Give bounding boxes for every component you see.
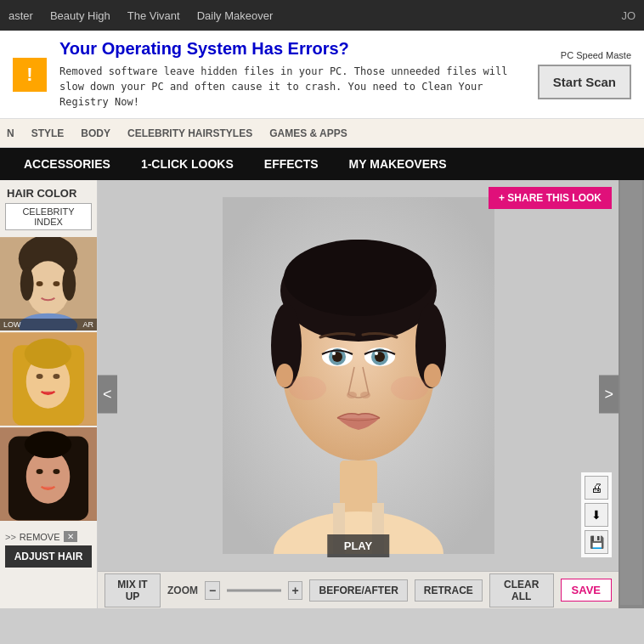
nav-item-beauty-high[interactable]: Beauty High: [50, 9, 110, 22]
portrait-container: PLAY: [98, 180, 619, 571]
svg-point-11: [37, 374, 43, 379]
nav-item-body[interactable]: BODY: [81, 127, 110, 139]
svg-point-4: [53, 281, 59, 286]
sidebar: HAIR COLOR CELEBRITY INdEX: [0, 180, 98, 608]
svg-point-40: [347, 392, 357, 398]
right-icons-panel: 🖨 ⬇ 💾: [581, 472, 612, 557]
content-area: HAIR COLOR CELEBRITY INdEX: [0, 180, 644, 608]
svg-point-27: [284, 240, 433, 316]
print-icon: 🖨: [590, 481, 602, 494]
celeb-thumbnail-2[interactable]: [0, 332, 97, 426]
nav-item-style[interactable]: STYLE: [31, 127, 65, 139]
sidebar-bottom: >> REMOVE ✕ ADJUST HAIR: [0, 524, 97, 574]
ad-title: Your Operating System Has Errors?: [59, 39, 525, 59]
svg-point-41: [360, 392, 370, 398]
svg-point-18: [53, 469, 59, 474]
svg-point-42: [289, 376, 326, 400]
mix-it-up-button[interactable]: MIX IT UP: [105, 573, 161, 607]
svg-point-7: [62, 267, 76, 301]
remove-x-button[interactable]: ✕: [64, 531, 77, 542]
nav-my-makeovers[interactable]: MY MAKEOVERS: [334, 148, 462, 180]
print-button[interactable]: 🖨: [585, 476, 608, 500]
svg-point-3: [37, 281, 43, 286]
before-after-button[interactable]: BEFORE/AFTER: [309, 579, 407, 602]
save-button[interactable]: SAVE: [561, 579, 612, 602]
ad-banner: ! Your Operating System Has Errors? Remo…: [0, 31, 644, 119]
clear-all-button[interactable]: CLEAR ALL: [489, 573, 554, 607]
arrows-icon: >>: [5, 532, 16, 542]
celeb-thumbnail-3[interactable]: [0, 427, 97, 521]
main-canvas: + SHARE THIS LOOK <: [98, 180, 619, 608]
svg-point-17: [37, 469, 43, 474]
zoom-label: ZOOM: [167, 585, 198, 596]
play-button[interactable]: PLAY: [327, 534, 389, 557]
download-button[interactable]: ⬇: [585, 503, 608, 527]
svg-point-6: [20, 267, 34, 301]
right-strip: [619, 180, 644, 608]
hair-color-label: HAIR COLOR: [0, 180, 97, 203]
nav-accessories[interactable]: ACCESSORIES: [8, 148, 126, 180]
main-navigation: ACCESSORIES 1-CLICK LOOKS EFFECTS MY MAK…: [0, 148, 644, 180]
zoom-slider[interactable]: [227, 589, 281, 592]
remove-label: REMOVE: [20, 532, 60, 542]
bottom-toolbar: MIX IT UP ZOOM − + BEFORE/AFTER RETRACE …: [98, 571, 619, 608]
svg-point-12: [53, 374, 59, 379]
celebrity-index-button[interactable]: CELEBRITY INdEX: [5, 203, 92, 230]
nav-item-celebrity-hairstyles[interactable]: CELEBRITY HAIRSTYLES: [127, 127, 252, 139]
nav-arrow-left[interactable]: <: [98, 376, 117, 414]
portrait-face: [223, 197, 494, 554]
nav-item-n[interactable]: N: [7, 127, 14, 139]
nav-arrow-right[interactable]: >: [599, 376, 619, 414]
nav-item-aster[interactable]: aster: [8, 9, 33, 22]
save-icon-button[interactable]: 💾: [585, 530, 608, 554]
save-icon: 💾: [590, 535, 604, 549]
retrace-button[interactable]: RETRACE: [415, 579, 483, 602]
second-navigation: N STYLE BODY CELEBRITY HAIRSTYLES GAMES …: [0, 119, 644, 148]
svg-point-43: [391, 376, 428, 400]
ad-text-block: Your Operating System Has Errors? Remove…: [59, 39, 525, 110]
celeb-thumbnail-1[interactable]: LOW AR: [0, 237, 97, 330]
nav-item-daily-makeover[interactable]: Daily Makeover: [197, 9, 274, 22]
join-label: JO: [621, 9, 636, 22]
svg-point-39: [375, 352, 378, 355]
top-navigation: aster Beauty High The Vivant Daily Makeo…: [0, 0, 644, 31]
warning-icon: !: [13, 58, 47, 92]
remove-row: >> REMOVE ✕: [5, 531, 92, 542]
download-icon: ⬇: [591, 508, 602, 522]
share-button[interactable]: + SHARE THIS LOOK: [489, 187, 612, 209]
nav-1click-looks[interactable]: 1-CLICK LOOKS: [126, 148, 249, 180]
adjust-hair-button[interactable]: ADJUST HAIR: [5, 545, 92, 568]
svg-point-19: [25, 431, 72, 458]
svg-point-35: [332, 352, 336, 355]
zoom-plus-button[interactable]: +: [288, 581, 303, 600]
ad-right: PC Speed Maste Start Scan: [538, 50, 631, 99]
nav-item-games-apps[interactable]: GAMES & APPS: [269, 127, 347, 139]
nav-item-the-vivant[interactable]: The Vivant: [127, 9, 180, 22]
celeb-1-overlay: LOW AR: [0, 319, 97, 330]
ad-body: Removed software leave hidden files in y…: [59, 64, 525, 110]
nav-effects[interactable]: EFFECTS: [249, 148, 334, 180]
scan-button[interactable]: Start Scan: [538, 65, 631, 99]
svg-rect-45: [620, 180, 642, 605]
svg-point-13: [25, 338, 72, 369]
zoom-minus-button[interactable]: −: [205, 581, 220, 600]
ad-brand: PC Speed Maste: [561, 50, 631, 60]
zoom-track: [227, 590, 281, 591]
